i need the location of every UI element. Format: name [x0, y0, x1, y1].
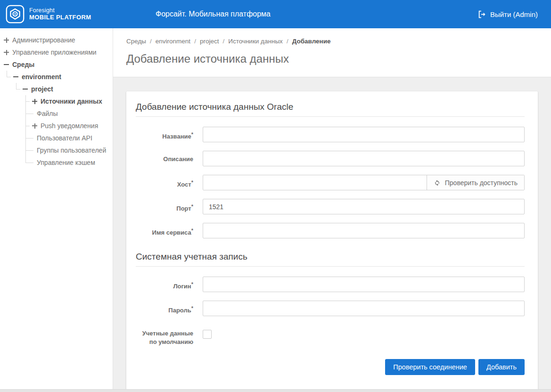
required-mark: *: [191, 281, 193, 287]
add-button[interactable]: Добавить: [478, 359, 525, 375]
collapse-icon[interactable]: [13, 74, 18, 80]
name-input[interactable]: [203, 127, 525, 142]
sidebar-node-cache-management[interactable]: Управление кэшем: [32, 156, 113, 169]
sidebar-item-environments: Среды environment project: [4, 58, 113, 169]
sidebar-item-user-groups: Группы пользователей: [32, 144, 113, 156]
sidebar-node-environment[interactable]: environment: [13, 71, 113, 83]
nav-subtree: project Источники данных: [13, 83, 113, 169]
breadcrumb-item-project[interactable]: project: [200, 38, 219, 45]
service-name-input[interactable]: [203, 223, 525, 238]
sidebar-node-administration[interactable]: Администрирование: [4, 34, 113, 46]
form-row-description: Описание: [136, 151, 525, 166]
test-connection-button[interactable]: Проверить соединение: [385, 359, 475, 375]
default-credentials-label: Учетные данные по умолчанию: [136, 327, 193, 346]
sidebar-item-project: project Источники данных: [23, 83, 113, 169]
description-label: Описание: [136, 151, 193, 163]
sidebar-item-label: Управление кэшем: [37, 159, 95, 166]
expand-icon[interactable]: [32, 99, 37, 104]
sidebar-item-data-sources: Источники данных: [32, 95, 113, 107]
host-label: Хост*: [136, 175, 193, 189]
service-name-label: Имя сервиса*: [136, 223, 193, 237]
sidebar-node-data-sources[interactable]: Источники данных: [32, 95, 113, 107]
sidebar-node-app-management[interactable]: Управление приложениями: [4, 46, 113, 58]
sidebar-item-label: Управление приложениями: [12, 49, 97, 56]
check-availability-label: Проверить доступность: [445, 179, 518, 187]
expand-icon[interactable]: [4, 38, 9, 43]
sidebar-item-label: Среды: [12, 61, 34, 68]
sync-icon: [434, 179, 441, 186]
app-logo[interactable]: Foresight MOBILE PLATFORM: [0, 5, 91, 24]
expand-icon[interactable]: [32, 123, 37, 129]
breadcrumb-separator: /: [222, 38, 224, 45]
logo-brand: Foresight: [29, 7, 91, 14]
breadcrumb-item-current: Добавление: [292, 38, 331, 45]
check-availability-button[interactable]: Проверить доступность: [427, 175, 524, 190]
form-row-default-credentials: Учетные данные по умолчанию: [136, 327, 525, 346]
collapse-icon[interactable]: [4, 62, 9, 67]
collapse-icon[interactable]: [23, 87, 28, 92]
form-row-login: Логин*: [136, 277, 525, 292]
port-label: Порт*: [136, 199, 193, 213]
breadcrumb-item-environment[interactable]: environment: [156, 38, 190, 45]
foresight-logo-icon: [6, 5, 25, 24]
page-header: Среды / environment / project / Источник…: [113, 28, 551, 77]
sidebar-item-label: Администрирование: [12, 36, 75, 44]
form-row-host: Хост* Проверить доступность: [136, 175, 525, 190]
form-row-service-name: Имя сервиса*: [136, 223, 525, 238]
breadcrumb: Среды / environment / project / Источник…: [126, 38, 538, 45]
section-title-oracle: Добавление источника данных Oracle: [136, 102, 525, 117]
required-mark: *: [191, 204, 193, 209]
breadcrumb-separator: /: [150, 38, 152, 45]
horizontal-scrollbar[interactable]: [0, 389, 551, 392]
required-mark: *: [191, 180, 193, 185]
description-input[interactable]: [203, 151, 525, 166]
sidebar-item-label: Пользователи API: [37, 134, 92, 142]
default-credentials-checkbox[interactable]: [203, 330, 212, 339]
form-row-password: Пароль*: [136, 301, 525, 316]
sidebar-node-files[interactable]: Файлы: [32, 107, 113, 120]
required-mark: *: [191, 228, 193, 233]
login-label: Логин*: [136, 277, 193, 291]
sidebar-node-user-groups[interactable]: Группы пользователей: [32, 144, 113, 156]
password-input[interactable]: [203, 301, 525, 316]
sidebar-item-environment: environment project: [13, 71, 113, 169]
breadcrumb-item-environments[interactable]: Среды: [126, 38, 146, 45]
form-row-port: Порт*: [136, 199, 525, 214]
sidebar-item-label: environment: [22, 73, 61, 81]
login-input[interactable]: [203, 277, 525, 292]
sidebar-item-label: Файлы: [37, 110, 58, 117]
required-mark: *: [191, 305, 193, 311]
section-title-system-account: Системная учетная запись: [136, 252, 525, 267]
sidebar-nav: Администрирование Управление приложениям…: [0, 28, 113, 392]
host-input[interactable]: [203, 175, 427, 190]
sidebar-item-administration: Администрирование: [4, 34, 113, 46]
port-input[interactable]: [203, 199, 525, 214]
app-header: Foresight MOBILE PLATFORM Форсайт. Мобил…: [0, 0, 551, 28]
sidebar-item-label: Источники данных: [41, 98, 102, 105]
nav-subtree: environment project: [4, 71, 113, 169]
password-label: Пароль*: [136, 301, 193, 315]
expand-icon[interactable]: [4, 50, 9, 55]
breadcrumb-separator: /: [194, 38, 196, 45]
required-mark: *: [191, 131, 193, 137]
host-input-group: Проверить доступность: [203, 175, 525, 190]
sidebar-item-push-notifications: Push уведомления: [32, 120, 113, 132]
sidebar-item-label: Push уведомления: [41, 122, 98, 130]
sidebar-node-project[interactable]: project: [23, 83, 113, 95]
name-label: Название*: [136, 127, 193, 141]
sidebar-item-cache-management: Управление кэшем: [32, 156, 113, 169]
main-area: Среды / environment / project / Источник…: [113, 28, 551, 392]
form-card: Добавление источника данных Oracle Назва…: [126, 91, 538, 392]
nav-tree: Администрирование Управление приложениям…: [0, 34, 113, 169]
sidebar-node-environments[interactable]: Среды: [4, 58, 113, 71]
logo-product: MOBILE PLATFORM: [29, 14, 91, 21]
logout-button[interactable]: Выйти (Admin): [478, 0, 538, 28]
sidebar-item-api-users: Пользователи API: [32, 132, 113, 144]
form-row-name: Название*: [136, 127, 525, 142]
sidebar-node-push-notifications[interactable]: Push уведомления: [32, 120, 113, 132]
sidebar-item-app-management: Управление приложениями: [4, 46, 113, 58]
form-actions: Проверить соединение Добавить: [136, 359, 525, 375]
breadcrumb-item-data-sources[interactable]: Источники данных: [228, 38, 283, 45]
sidebar-node-api-users[interactable]: Пользователи API: [32, 132, 113, 144]
logo-text: Foresight MOBILE PLATFORM: [29, 7, 91, 21]
